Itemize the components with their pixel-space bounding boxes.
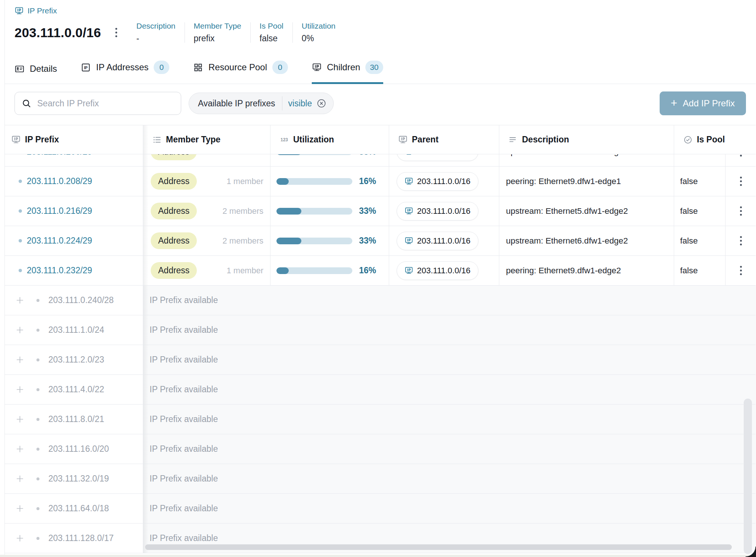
utilization-percent: 16%	[359, 176, 376, 186]
available-prefix-label[interactable]: 203.111.16.0/20	[48, 444, 109, 454]
summary-is-pool: Is Pool false	[260, 22, 284, 44]
tab-count-badge: 0	[154, 61, 169, 74]
available-status-cell: IP Prefix available	[143, 494, 756, 523]
filter-chip-available-visible[interactable]: Available IP prefixes visible	[189, 93, 334, 114]
entity-type-row: IP Prefix	[15, 5, 756, 16]
expand-plus-icon[interactable]	[15, 355, 25, 365]
member-type-badge: Address	[151, 203, 197, 219]
description-cell: upstream: Ethernet5.dfw1-edge2	[499, 196, 674, 226]
table-body: 203.111.0.200/29Address2 members33%203.1…	[5, 154, 756, 553]
column-header-description[interactable]: Description	[499, 125, 674, 154]
tab-count-badge: 30	[365, 61, 383, 74]
actions-cell	[725, 226, 756, 255]
prefix-link[interactable]: 203.111.0.224/29	[27, 236, 92, 246]
table-row: 203.111.0.240/28IP Prefix available	[5, 286, 756, 315]
column-header-utilization[interactable]: 123 Utilization	[270, 125, 389, 154]
status-dot-icon	[19, 209, 22, 213]
available-status-text: IP Prefix available	[150, 474, 218, 484]
tab-bar: Details IP IP Addresses 0 Resource Pool …	[5, 51, 756, 84]
member-count: 2 members	[222, 154, 263, 157]
row-kebab-menu-icon[interactable]	[736, 264, 746, 277]
available-prefix-label[interactable]: 203.111.128.0/17	[48, 533, 114, 543]
row-kebab-menu-icon[interactable]	[736, 154, 746, 159]
expand-plus-icon[interactable]	[15, 295, 25, 305]
toolbar: Available IP prefixes visible + Add IP P…	[5, 84, 756, 125]
grid-icon	[193, 62, 203, 73]
tab-details[interactable]: Details	[15, 64, 57, 84]
column-header-member-type[interactable]: Member Type	[143, 125, 270, 154]
parent-link-pill[interactable]: 203.111.0.0/16	[397, 232, 478, 250]
prefix-icon	[404, 236, 413, 245]
divider	[292, 22, 293, 43]
prefix-link[interactable]: 203.111.0.216/29	[27, 206, 92, 216]
member-type-cell: Address2 members	[143, 196, 270, 226]
parent-link-pill[interactable]: 203.111.0.0/16	[397, 154, 478, 161]
title-kebab-menu-icon[interactable]	[112, 26, 121, 39]
parent-link-pill[interactable]: 203.111.0.0/16	[397, 261, 478, 280]
row-kebab-menu-icon[interactable]	[736, 174, 746, 188]
add-ip-prefix-button[interactable]: + Add IP Prefix	[660, 91, 746, 115]
available-prefix-cell: 203.111.1.0/24	[5, 315, 143, 345]
row-kebab-menu-icon[interactable]	[736, 204, 746, 218]
table-row: 203.111.8.0/21IP Prefix available	[5, 405, 756, 434]
expand-plus-icon[interactable]	[15, 325, 25, 335]
member-type-cell: Address1 member	[143, 167, 270, 196]
expand-plus-icon[interactable]	[15, 474, 25, 484]
prefix-icon	[398, 135, 408, 145]
circle-x-icon[interactable]	[316, 98, 327, 109]
table-row: 203.111.64.0/18IP Prefix available	[5, 494, 756, 524]
tab-count-badge: 0	[272, 61, 288, 74]
available-prefix-label[interactable]: 203.111.4.0/22	[48, 384, 104, 395]
expand-plus-icon[interactable]	[15, 533, 25, 543]
page-title: 203.111.0.0/16	[15, 25, 101, 40]
available-prefix-label[interactable]: 203.111.1.0/24	[48, 325, 104, 335]
prefix-cell: 203.111.0.216/29	[5, 196, 143, 226]
column-label: Description	[522, 135, 569, 145]
status-dot-icon	[36, 358, 39, 361]
column-header-parent[interactable]: Parent	[389, 125, 499, 154]
prefix-link[interactable]: 203.111.0.232/29	[27, 265, 92, 276]
tab-children[interactable]: Children 30	[312, 61, 383, 84]
available-prefix-label[interactable]: 203.111.64.0/18	[48, 503, 109, 513]
vertical-scrollbar[interactable]	[744, 399, 752, 554]
available-prefix-label[interactable]: 203.111.2.0/23	[48, 355, 104, 365]
is-pool-cell: false	[674, 256, 725, 285]
prefix-cell: 203.111.0.200/29	[5, 154, 143, 167]
utilization-percent: 33%	[359, 206, 376, 216]
table-row: 203.111.0.216/29Address2 members33%203.1…	[5, 196, 756, 226]
summary-label: Utilization	[302, 22, 336, 30]
divider	[250, 22, 251, 43]
column-header-is-pool[interactable]: Is Pool	[674, 125, 725, 154]
table-row: 203.111.32.0/19IP Prefix available	[5, 464, 756, 494]
utilization-bar	[276, 154, 352, 155]
parent-link-pill[interactable]: 203.111.0.0/16	[397, 172, 478, 191]
expand-plus-icon[interactable]	[15, 503, 25, 513]
tab-ip-addresses[interactable]: IP IP Addresses 0	[81, 61, 169, 84]
available-prefix-label[interactable]: 203.111.0.240/28	[48, 295, 114, 305]
available-prefix-label[interactable]: 203.111.8.0/21	[48, 414, 104, 424]
expand-plus-icon[interactable]	[15, 384, 25, 395]
table-row: 203.111.2.0/23IP Prefix available	[5, 345, 756, 375]
prefix-link[interactable]: 203.111.0.208/29	[27, 176, 92, 186]
row-kebab-menu-icon[interactable]	[736, 234, 746, 248]
parent-link-pill[interactable]: 203.111.0.0/16	[397, 202, 478, 220]
available-status-text: IP Prefix available	[150, 295, 218, 305]
search-box	[15, 92, 181, 115]
expand-plus-icon[interactable]	[15, 444, 25, 454]
available-status-cell: IP Prefix available	[143, 315, 756, 345]
prefix-link[interactable]: 203.111.0.200/29	[27, 154, 92, 157]
horizontal-scrollbar[interactable]	[145, 544, 732, 550]
search-input[interactable]	[15, 92, 181, 115]
available-prefix-label[interactable]: 203.111.32.0/19	[48, 474, 109, 484]
utilization-bar	[276, 208, 352, 215]
prefix-icon	[404, 266, 413, 275]
column-header-ip-prefix[interactable]: IP Prefix	[5, 125, 143, 154]
tab-resource-pool[interactable]: Resource Pool 0	[193, 61, 288, 84]
available-status-cell: IP Prefix available	[143, 286, 756, 315]
available-prefix-cell: 203.111.128.0/17	[5, 524, 143, 553]
available-prefix-cell: 203.111.0.240/28	[5, 286, 143, 315]
expand-plus-icon[interactable]	[15, 414, 25, 424]
table-row: 203.111.4.0/22IP Prefix available	[5, 375, 756, 405]
title-row: 203.111.0.0/16 Description - Member Type…	[15, 22, 756, 44]
utilization-bar	[276, 178, 352, 185]
